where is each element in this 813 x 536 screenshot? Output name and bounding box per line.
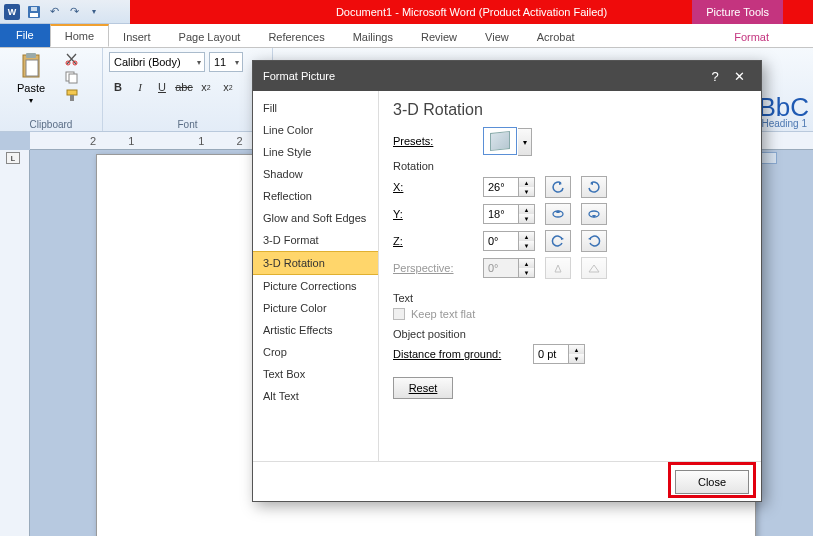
svg-rect-5 [26, 60, 38, 76]
persp-narrow-icon [545, 257, 571, 279]
titlebar: Document1 - Microsoft Word (Product Acti… [0, 0, 813, 24]
perspective-input: ▲▼ [483, 258, 535, 278]
tab-home[interactable]: Home [50, 24, 109, 47]
sidebar-item-picture-color[interactable]: Picture Color [253, 297, 378, 319]
sidebar-item-text-box[interactable]: Text Box [253, 363, 378, 385]
rotation-section-label: Rotation [393, 160, 747, 172]
svg-rect-2 [31, 7, 37, 11]
rot-y-label: Y: [393, 208, 473, 220]
tab-insert[interactable]: Insert [109, 27, 165, 47]
perspective-label: Perspective: [393, 262, 473, 274]
sidebar-item-alt-text[interactable]: Alt Text [253, 385, 378, 407]
chevron-down-icon[interactable]: ▾ [518, 128, 532, 156]
picture-tools-tab[interactable]: Picture Tools [692, 0, 783, 24]
tab-file[interactable]: File [0, 23, 50, 47]
presets-label: Presets: [393, 135, 473, 147]
sidebar-item-glow[interactable]: Glow and Soft Edges [253, 207, 378, 229]
vertical-ruler[interactable]: L [0, 150, 30, 536]
sidebar-item-line-style[interactable]: Line Style [253, 141, 378, 163]
close-button[interactable]: Close [675, 470, 749, 494]
dialog-main: 3-D Rotation Presets: ▾ Rotation X: ▲▼ Y… [379, 91, 761, 461]
redo-icon[interactable]: ↷ [66, 4, 82, 20]
sidebar-item-shadow[interactable]: Shadow [253, 163, 378, 185]
style-name: Heading 1 [761, 118, 807, 129]
rot-x-right-icon[interactable] [581, 176, 607, 198]
dialog-title: Format Picture [263, 70, 703, 82]
group-label-font: Font [103, 119, 272, 130]
sidebar-item-crop[interactable]: Crop [253, 341, 378, 363]
checkbox-icon [393, 308, 405, 320]
text-section-label: Text [393, 292, 747, 304]
tab-page-layout[interactable]: Page Layout [165, 27, 255, 47]
tab-acrobat[interactable]: Acrobat [523, 27, 589, 47]
rot-z-ccw-icon[interactable] [545, 230, 571, 252]
sidebar-item-line-color[interactable]: Line Color [253, 119, 378, 141]
copy-icon[interactable] [64, 70, 100, 84]
sidebar-item-fill[interactable]: Fill [253, 97, 378, 119]
superscript-button[interactable]: x2 [219, 78, 237, 96]
distance-input[interactable]: ▲▼ [533, 344, 585, 364]
rot-x-input[interactable]: ▲▼ [483, 177, 535, 197]
rot-x-left-icon[interactable] [545, 176, 571, 198]
format-painter-icon[interactable] [64, 88, 100, 102]
preset-preview-icon [490, 131, 510, 151]
panel-heading: 3-D Rotation [393, 101, 747, 119]
presets-dropdown[interactable]: ▾ [483, 127, 517, 155]
svg-rect-9 [69, 74, 77, 83]
svg-rect-11 [70, 95, 74, 101]
ribbon-tabs: File Home Insert Page Layout References … [0, 24, 813, 48]
subscript-button[interactable]: x2 [197, 78, 215, 96]
tab-format[interactable]: Format [720, 27, 783, 47]
tab-review[interactable]: Review [407, 27, 471, 47]
word-icon: W [4, 4, 20, 20]
rot-y-up-icon[interactable] [545, 203, 571, 225]
object-position-label: Object position [393, 328, 747, 340]
clipboard-icon [19, 52, 43, 80]
chevron-down-icon: ▾ [29, 96, 33, 105]
svg-rect-1 [30, 13, 38, 17]
group-label-clipboard: Clipboard [0, 119, 102, 130]
tab-selector-icon[interactable]: L [6, 152, 20, 164]
svg-rect-4 [26, 53, 36, 58]
underline-button[interactable]: U [153, 78, 171, 96]
rot-z-input[interactable]: ▲▼ [483, 231, 535, 251]
font-size-select[interactable]: 11 [209, 52, 243, 72]
reset-button[interactable]: Reset [393, 377, 453, 399]
close-icon[interactable]: ✕ [727, 69, 751, 84]
distance-label: Distance from ground: [393, 348, 523, 360]
dialog-titlebar[interactable]: Format Picture ? ✕ [253, 61, 761, 91]
font-name-select[interactable]: Calibri (Body) [109, 52, 205, 72]
qat-dropdown-icon[interactable]: ▾ [86, 4, 102, 20]
strike-button[interactable]: abc [175, 78, 193, 96]
format-picture-dialog: Format Picture ? ✕ Fill Line Color Line … [252, 60, 762, 502]
save-icon[interactable] [26, 4, 42, 20]
sidebar-item-3d-rotation[interactable]: 3-D Rotation [253, 251, 378, 275]
tab-view[interactable]: View [471, 27, 523, 47]
bold-button[interactable]: B [109, 78, 127, 96]
tab-mailings[interactable]: Mailings [339, 27, 407, 47]
sidebar-item-artistic-effects[interactable]: Artistic Effects [253, 319, 378, 341]
keep-text-flat-checkbox: Keep text flat [393, 308, 747, 320]
tab-references[interactable]: References [254, 27, 338, 47]
undo-icon[interactable]: ↶ [46, 4, 62, 20]
dialog-sidebar: Fill Line Color Line Style Shadow Reflec… [253, 91, 379, 461]
rot-x-label: X: [393, 181, 473, 193]
rot-y-down-icon[interactable] [581, 203, 607, 225]
sidebar-item-3d-format[interactable]: 3-D Format [253, 229, 378, 251]
sidebar-item-reflection[interactable]: Reflection [253, 185, 378, 207]
sidebar-item-picture-corrections[interactable]: Picture Corrections [253, 275, 378, 297]
rot-z-cw-icon[interactable] [581, 230, 607, 252]
paste-label: Paste [17, 82, 45, 94]
persp-wide-icon [581, 257, 607, 279]
help-icon[interactable]: ? [703, 69, 727, 84]
italic-button[interactable]: I [131, 78, 149, 96]
cut-icon[interactable] [64, 52, 100, 66]
quick-access-toolbar: ↶ ↷ ▾ [24, 4, 102, 20]
rot-z-label: Z: [393, 235, 473, 247]
svg-rect-10 [67, 90, 77, 95]
rot-y-input[interactable]: ▲▼ [483, 204, 535, 224]
